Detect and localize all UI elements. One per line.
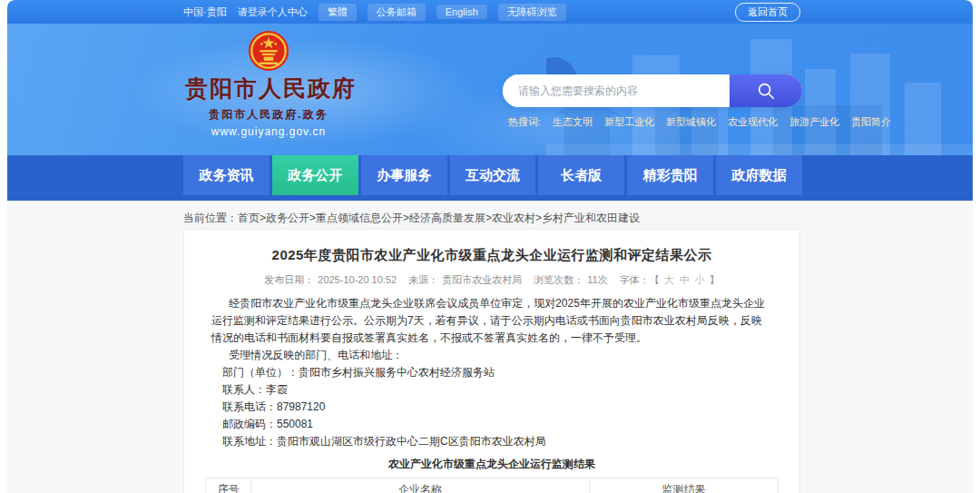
col-header-result: 监测结果 xyxy=(589,478,778,493)
views-label: 浏览次数： xyxy=(534,274,583,285)
paragraph-feedback-intro: 受理情况反映的部门、电话和地址： xyxy=(211,347,772,364)
article-meta: 发布日期：2025-10-20 10:52 来源：贵阳市农业农村局 浏览次数：1… xyxy=(184,273,799,287)
site-title: 贵阳市人民政府 xyxy=(185,74,352,104)
source: 贵阳市农业农村局 xyxy=(442,274,522,285)
hot-word[interactable]: 贵阳简介 xyxy=(851,115,891,129)
main-content: 当前位置：首页>政务公开>重点领域信息公开>经济高质量发展>农业农村>乡村产业和… xyxy=(7,201,973,493)
site-header-banner: 贵阳市人民政府 贵阳市人民政府.政务 www.guiyang.gov.cn 热搜… xyxy=(7,24,973,155)
search-input[interactable] xyxy=(503,74,730,107)
table-header-row: 序号 企业名称 监测结果 xyxy=(206,478,779,493)
breadcrumb-path[interactable]: 首页>政务公开>重点领域信息公开>经济高质量发展>农业农村>乡村产业和农田建设 xyxy=(238,212,640,224)
nav-tab-zhengfu-shuju[interactable]: 政府数据 xyxy=(716,155,802,195)
top-utility-bar: 中国·贵阳 请登录个人中心 繁體 公务邮箱 English 无障碍浏览 返回首页 xyxy=(7,0,973,24)
search-button[interactable] xyxy=(730,74,802,107)
contact-postcode: 邮政编码：550081 xyxy=(211,416,772,433)
table-caption: 农业产业化市级重点龙头企业运行监测结果 xyxy=(184,457,799,472)
link-login-personal-center[interactable]: 请登录个人中心 xyxy=(238,5,308,19)
site-logo[interactable]: 贵阳市人民政府 贵阳市人民政府.政务 www.guiyang.gov.cn xyxy=(185,30,352,138)
font-size-large-button[interactable]: 大 xyxy=(664,274,674,285)
hot-word[interactable]: 旅游产业化 xyxy=(789,115,839,129)
font-size-medium-button[interactable]: 中 xyxy=(680,274,690,285)
col-header-seq: 序号 xyxy=(206,478,251,493)
font-size-label-end: 】 xyxy=(710,274,720,285)
breadcrumb: 当前位置：首页>政务公开>重点领域信息公开>经济高质量发展>农业农村>乡村产业和… xyxy=(7,201,973,226)
monitoring-result-table: 序号 企业名称 监测结果 1 贵州合力超市采购有限公司 合格 2 贵州友禾种业有… xyxy=(205,478,779,493)
nav-tab-zhengwu-zixun[interactable]: 政务资讯 xyxy=(183,155,270,195)
nav-tab-jingcai-guiyang[interactable]: 精彩贵阳 xyxy=(627,155,713,195)
publish-date: 2025-10-20 10:52 xyxy=(318,274,397,285)
article-body: 经贵阳市农业产业化市级重点龙头企业联席会议成员单位审定，现对2025年开展的农业… xyxy=(211,295,772,450)
col-header-company: 企业名称 xyxy=(251,478,589,493)
contact-department: 部门（单位）：贵阳市乡村振兴服务中心农村经济服务站 xyxy=(211,364,772,381)
contact-address: 联系地址：贵阳市观山湖区市级行政中心二期C区贵阳市农业农村局 xyxy=(211,433,772,450)
link-china-guiyang[interactable]: 中国·贵阳 xyxy=(183,5,227,19)
return-home-button[interactable]: 返回首页 xyxy=(735,3,800,22)
hot-word[interactable]: 生态文明 xyxy=(553,115,593,129)
hot-word[interactable]: 新型工业化 xyxy=(604,115,654,129)
nav-tab-banshi-fuwu[interactable]: 办事服务 xyxy=(361,155,447,195)
browser-page: 中国·贵阳 请登录个人中心 繁體 公务邮箱 English 无障碍浏览 返回首页 xyxy=(7,0,973,493)
nav-tab-zhangzheban[interactable]: 长者版 xyxy=(538,155,624,195)
font-size-small-button[interactable]: 小 xyxy=(695,274,705,285)
paragraph-announcement: 经贵阳市农业产业化市级重点龙头企业联席会议成员单位审定，现对2025年开展的农业… xyxy=(211,295,772,347)
hot-word[interactable]: 农业现代化 xyxy=(728,115,778,129)
article-card: 2025年度贵阳市农业产业化市级重点龙头企业运行监测和评定结果公示 发布日期：2… xyxy=(183,229,800,493)
article-title: 2025年度贵阳市农业产业化市级重点龙头企业运行监测和评定结果公示 xyxy=(184,247,799,264)
national-emblem-icon xyxy=(248,30,289,72)
source-label: 来源： xyxy=(408,274,438,285)
link-english[interactable]: English xyxy=(436,5,487,19)
nav-tab-hudong-jiaoliu[interactable]: 互动交流 xyxy=(450,155,536,195)
site-subtitle: 贵阳市人民政府.政务 xyxy=(185,107,352,123)
hot-words-label: 热搜词: xyxy=(508,115,541,129)
search-icon xyxy=(756,81,776,101)
nav-tab-zhengwu-gongkai[interactable]: 政务公开 xyxy=(272,155,358,195)
views: 11次 xyxy=(587,274,607,285)
font-size-label: 字体：【 xyxy=(620,274,660,285)
publish-date-label: 发布日期： xyxy=(264,274,314,285)
hot-search-words: 热搜词: 生态文明 新型工业化 新型城镇化 农业现代化 旅游产业化 贵阳简介 xyxy=(508,115,891,129)
breadcrumb-label: 当前位置： xyxy=(183,212,238,224)
site-search xyxy=(503,74,802,107)
contact-person: 联系人：李霞 xyxy=(211,381,772,399)
hot-word[interactable]: 新型城镇化 xyxy=(666,115,716,129)
contact-phone: 联系电话：87987120 xyxy=(211,399,772,416)
site-url: www.guiyang.gov.cn xyxy=(185,125,352,138)
link-official-mail[interactable]: 公务邮箱 xyxy=(368,4,426,21)
link-accessibility[interactable]: 无障碍浏览 xyxy=(498,4,566,21)
main-navigation: 政务资讯 政务公开 办事服务 互动交流 长者版 精彩贵阳 政府数据 xyxy=(7,155,973,201)
link-traditional-chinese[interactable]: 繁體 xyxy=(318,4,357,21)
